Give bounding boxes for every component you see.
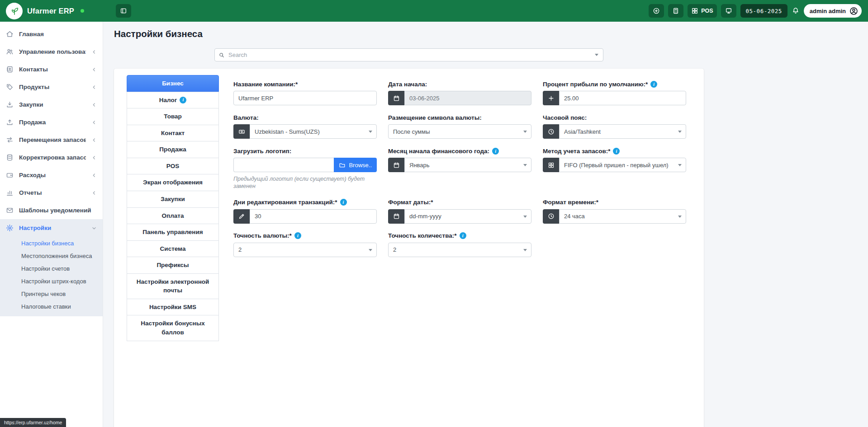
date-display[interactable]: 05-06-2025 [740,4,787,18]
search-bar[interactable] [214,48,603,61]
tab-reward-points-settings[interactable]: Настройки бонусных баллов [127,315,219,341]
info-icon [294,232,301,239]
tab-email-settings[interactable]: Настройки электронной почты [127,273,219,299]
sidebar-item-purchases[interactable]: Закупки [0,96,103,113]
tag-icon [6,83,14,91]
mail-icon [6,206,14,214]
sidebar-item-notification-templates[interactable]: Шаблоны уведомлений [0,202,103,219]
upload-logo-label: Загрузить логотип: [233,148,291,155]
fy-start-month-select[interactable]: Январь [404,158,531,172]
date-format-select[interactable]: dd-mm-yyyy [404,209,531,224]
field-start-date: Дата начала: [388,80,531,105]
tab-purchases[interactable]: Закупки [127,191,219,208]
sidebar-item-home[interactable]: Главная [0,25,103,43]
chevron-left-icon [91,137,97,143]
tab-display-screen[interactable]: Экран отображения [127,174,219,191]
notifications-button[interactable] [792,7,800,15]
sidebar-item-products[interactable]: Продукты [0,78,103,96]
chevron-left-icon [91,155,97,160]
top-navbar: Ufarmer ERP POS 05-06-2025 admin admin [0,0,868,22]
field-upload-logo: Загрузить логотип: Browse.. Предыдущий л… [233,147,377,190]
field-currency-precision: Точность валюты:* 2 [233,232,377,257]
company-name-input[interactable] [233,91,377,105]
default-profit-input[interactable] [559,91,686,105]
sidebar-item-barcode-settings[interactable]: Настройки штрих-кодов [0,275,103,287]
sidebar-item-expenses[interactable]: Расходы [0,166,103,184]
logo-file-input[interactable] [233,158,334,172]
field-stock-accounting-method: Метод учета запасов:* FIFO (Первый прише… [543,147,686,172]
tab-payment[interactable]: Оплата [127,207,219,225]
stock-accounting-method-select[interactable]: FIFO (Первый пришел - первый ушел) [559,158,686,172]
calculator-button[interactable] [668,4,683,18]
chevron-left-icon [91,67,97,72]
main-content: Настройки бизнеса Бизнес Налог Товар Кон… [103,22,868,427]
timezone-select[interactable]: Asia/Tashkent [559,124,686,139]
caret-down-icon [523,249,527,251]
users-icon [6,48,14,56]
pos-button-label: POS [701,8,713,14]
cash-register-button[interactable] [721,4,736,18]
currency-precision-select[interactable]: 2 [233,243,377,257]
sidebar-item-receipt-printers[interactable]: Принтеры чеков [0,287,103,300]
caret-down-icon [523,216,527,218]
currency-precision-label: Точность валюты:* [233,232,292,239]
user-circle-icon [849,6,859,16]
caret-down-icon [678,164,682,166]
tab-pos[interactable]: POS [127,158,219,175]
sidebar-item-contacts[interactable]: Контакты [0,61,103,78]
company-name-label: Название компании:* [233,81,298,88]
timezone-label: Часовой пояс: [543,114,587,121]
home-icon [6,30,14,38]
tab-sale[interactable]: Продажа [127,141,219,158]
tab-dashboard[interactable]: Панель управления [127,224,219,241]
field-currency: Валюта: Uzbekistan - Sums(UZS) [233,114,377,139]
search-icon [215,52,228,58]
tab-tax[interactable]: Налог [127,92,219,109]
tab-system[interactable]: Система [127,240,219,258]
sidebar-item-tax-rates[interactable]: Налоговые ставки [0,300,103,313]
sidebar-item-sell[interactable]: Продажа [0,113,103,131]
caret-down-icon [678,131,682,133]
tab-prefixes[interactable]: Префиксы [127,257,219,274]
sidebar-item-business-settings[interactable]: Настройки бизнеса [0,237,103,249]
sidebar-item-settings[interactable]: Настройки [0,219,103,237]
chart-icon [6,189,14,197]
cash-register-icon [725,7,732,14]
currency-select[interactable]: Uzbekistan - Sums(UZS) [250,124,377,139]
sidebar-item-business-locations[interactable]: Местоположения бизнеса [0,249,103,262]
field-company-name: Название компании:* [233,80,377,105]
sidebar-item-invoice-settings[interactable]: Настройки счетов [0,262,103,275]
currency-symbol-placement-select[interactable]: После суммы [388,124,531,139]
field-timezone: Часовой пояс: Asia/Tashkent [543,114,686,139]
grid-icon [691,7,698,14]
user-menu[interactable]: admin admin [804,4,862,18]
info-icon [492,148,499,155]
chevron-left-icon [91,173,97,178]
wallet-icon [6,171,14,179]
transaction-edit-days-input[interactable] [250,209,377,224]
caret-down-icon [523,131,527,133]
browse-button[interactable]: Browse.. [334,158,377,172]
quantity-precision-select[interactable]: 2 [388,243,531,257]
search-input[interactable] [228,52,595,58]
chevron-left-icon [91,120,97,125]
caret-down-icon [595,54,598,56]
sidebar-item-stock-adjustments[interactable]: Корректировка запасов [0,149,103,166]
field-transaction-edit-days: Дни редактирования транзакций:* [233,199,377,224]
user-name: admin admin [810,8,846,14]
pencil-icon [233,209,250,224]
tab-product[interactable]: Товар [127,108,219,125]
sidebar-item-stock-transfers[interactable]: Перемещения запасов [0,131,103,149]
tab-contact[interactable]: Контакт [127,125,219,142]
sidebar-item-user-management[interactable]: Управление пользователями [0,43,103,61]
settings-section: Настройки Настройки бизнеса Местоположен… [0,219,103,316]
tab-sms-settings[interactable]: Настройки SMS [127,299,219,316]
pos-button[interactable]: POS [688,4,716,18]
tab-business[interactable]: Бизнес [127,75,219,92]
sidebar-toggle-button[interactable] [116,4,131,18]
time-format-select[interactable]: 24 часа [559,209,686,224]
sidebar-item-reports[interactable]: Отчеты [0,184,103,202]
quick-add-button[interactable] [649,4,664,18]
brand-link[interactable]: Ufarmer ERP [0,0,109,22]
grid-icon [543,158,559,172]
